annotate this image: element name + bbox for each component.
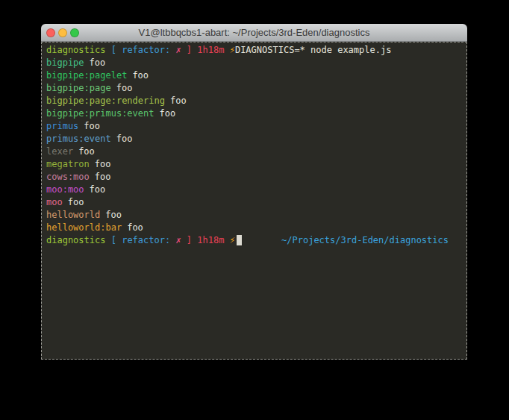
- prompt-duration: 1h18m: [197, 45, 224, 55]
- prompt-duration: 1h18m: [197, 235, 224, 245]
- prompt-left-segment: diagnostics [ refactor: ✗ ] 1h18m ⚡: [46, 234, 242, 247]
- log-message: foo: [95, 172, 111, 182]
- lightning-bolt-icon: ⚡: [224, 45, 234, 55]
- log-namespace: primus: [46, 121, 78, 131]
- prompt-line-top: diagnostics [ refactor: ✗ ] 1h18m ⚡DIAGN…: [46, 44, 466, 57]
- log-message: foo: [105, 210, 122, 220]
- log-namespace: bigpipe:page: [46, 83, 111, 93]
- log-line: bigpipe:page:renderingfoo: [46, 95, 466, 107]
- prompt-bracket-open: [ refactor:: [105, 235, 175, 245]
- prompt-bracket-open: [ refactor:: [105, 45, 175, 55]
- log-line: primusfoo: [46, 120, 466, 133]
- log-line: bigpipefoo: [46, 57, 466, 69]
- log-line: moofoo: [46, 196, 466, 209]
- log-message: foo: [127, 222, 143, 233]
- log-line: bigpipe:pagefoo: [46, 82, 466, 95]
- log-namespace: helloworld:bar: [46, 222, 122, 233]
- log-namespace: bigpipe:pagelet: [46, 70, 127, 81]
- terminal-window: V1@ltbbqcbs1-abart: ~/Projects/3rd-Eden/…: [41, 24, 467, 360]
- log-line: moo:moofoo: [46, 184, 466, 196]
- log-namespace: moo:moo: [46, 184, 84, 195]
- command-text: DIAGNOSTICS=* node example.js: [235, 45, 392, 55]
- log-line: primus:eventfoo: [46, 133, 466, 145]
- log-message: foo: [78, 146, 95, 157]
- log-line: helloworldfoo: [46, 209, 466, 222]
- log-line: megatronfoo: [46, 158, 466, 171]
- log-line: lexerfoo: [46, 145, 466, 158]
- log-message: foo: [90, 57, 106, 68]
- log-line: helloworld:barfoo: [46, 222, 466, 234]
- git-dirty-icon: ✗: [175, 45, 181, 55]
- log-line: bigpipe:primus:eventfoo: [46, 107, 466, 120]
- window-title: V1@ltbbqcbs1-abart: ~/Projects/3rd-Eden/…: [41, 24, 467, 42]
- terminal-screen[interactable]: diagnostics [ refactor: ✗ ] 1h18m ⚡DIAGN…: [41, 42, 467, 360]
- prompt-line-bottom: diagnostics [ refactor: ✗ ] 1h18m ⚡ ~/Pr…: [46, 234, 466, 247]
- log-message: foo: [84, 121, 100, 131]
- log-line: bigpipe:pageletfoo: [46, 69, 466, 82]
- git-dirty-icon: ✗: [175, 235, 181, 245]
- right-prompt-path: ~/Projects/3rd-Eden/diagnostics: [281, 234, 449, 247]
- desktop-background: V1@ltbbqcbs1-abart: ~/Projects/3rd-Eden/…: [0, 0, 509, 420]
- log-message: foo: [132, 70, 149, 81]
- log-namespace: helloworld: [46, 210, 100, 220]
- log-namespace: moo: [46, 197, 63, 207]
- log-namespace: bigpipe:page:rendering: [46, 95, 165, 106]
- text-cursor: [237, 235, 242, 245]
- log-namespace: lexer: [46, 146, 73, 157]
- window-titlebar[interactable]: V1@ltbbqcbs1-abart: ~/Projects/3rd-Eden/…: [41, 24, 467, 42]
- log-message: foo: [170, 95, 187, 106]
- prompt-bracket-close: ]: [181, 235, 198, 245]
- log-namespace: bigpipe:primus:event: [46, 108, 154, 119]
- lightning-bolt-icon: ⚡: [224, 235, 234, 245]
- log-message: foo: [116, 134, 133, 144]
- log-message: foo: [95, 159, 111, 169]
- log-message: foo: [116, 83, 133, 93]
- log-message: foo: [90, 184, 106, 195]
- log-namespace: cows:moo: [46, 172, 90, 182]
- log-message: foo: [68, 197, 84, 207]
- log-line: cows:moofoo: [46, 171, 466, 184]
- prompt-bracket-close: ]: [181, 45, 198, 55]
- prompt-namespace: diagnostics: [46, 235, 105, 245]
- log-namespace: bigpipe: [46, 57, 84, 68]
- log-namespace: megatron: [46, 159, 90, 169]
- log-message: foo: [160, 108, 176, 119]
- log-namespace: primus:event: [46, 134, 111, 144]
- prompt-namespace: diagnostics: [46, 45, 105, 55]
